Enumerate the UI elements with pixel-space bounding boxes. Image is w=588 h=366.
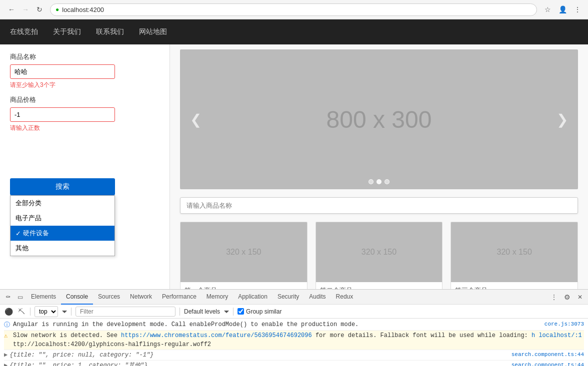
app-container: 在线竞拍 关于我们 联系我们 网站地图 商品名称 请至少输入3个字 商品价格 请… — [0, 19, 588, 366]
console-context-select[interactable]: top — [34, 306, 58, 317]
tab-elements[interactable]: Elements — [26, 290, 61, 305]
tab-memory[interactable]: Memory — [202, 290, 233, 305]
category-option-electronics[interactable]: 电子产品 — [10, 211, 114, 226]
console-text-2-before: Slow network is detected. See — [13, 332, 121, 339]
devtools-right-icons: ⋮ ⚙ ✕ — [548, 291, 586, 303]
console-message-2: ⚠ Slow network is detected. See https://… — [4, 331, 584, 350]
tab-redux[interactable]: Redux — [331, 290, 358, 305]
category-dropdown[interactable]: 全部分类 电子产品 ✓ 硬件设备 其他 搜索 — [10, 138, 115, 195]
console-output: ⓘ Angular is running in the development … — [0, 319, 588, 366]
devtools-more-button[interactable]: ⋮ — [548, 291, 560, 303]
product-search-input[interactable] — [180, 197, 578, 214]
category-option-all[interactable]: 全部分类 — [10, 196, 114, 211]
console-location-3[interactable]: search.component.ts:44 — [512, 351, 584, 359]
console-location-1[interactable]: core.js:3073 — [544, 320, 584, 329]
nav-contact[interactable]: 联系我们 — [96, 27, 124, 36]
devtools-device-button[interactable]: ▭ — [14, 291, 26, 303]
carousel-prev-button[interactable]: ❮ — [184, 107, 208, 132]
tab-audits[interactable]: Audits — [304, 290, 330, 305]
app-body: 商品名称 请至少输入3个字 商品价格 请输入正数 全部分类 电子产品 — [0, 44, 588, 289]
console-levels-label: Default levels — [184, 308, 220, 315]
url-input[interactable] — [62, 6, 532, 13]
console-toolbar-divider2 — [71, 308, 72, 316]
console-text-2-after2: ttp://localhost:4200/glyphicons-halfling… — [13, 341, 211, 348]
browser-chrome: ← → ↻ ● ☆ 👤 ⋮ — [0, 0, 588, 19]
forward-button[interactable]: → — [19, 3, 32, 16]
tab-console[interactable]: Console — [61, 290, 93, 305]
console-text-4: {title: "", price: 1, category: "其他"} — [10, 361, 508, 366]
reload-button[interactable]: ↻ — [33, 3, 46, 16]
sidebar: 商品名称 请至少输入3个字 商品价格 请输入正数 全部分类 电子产品 — [0, 44, 170, 289]
console-link-localhost[interactable]: h localhost/:1 — [532, 332, 582, 339]
console-context-chevron-icon — [62, 309, 67, 314]
address-bar[interactable]: ● — [50, 3, 537, 16]
carousel-dot-2[interactable] — [376, 179, 382, 184]
product-name-input[interactable] — [10, 64, 115, 79]
carousel-dot-1[interactable] — [368, 179, 374, 184]
tab-network[interactable]: Network — [125, 290, 157, 305]
svg-marker-1 — [224, 311, 229, 313]
carousel: ❮ 800 x 300 ❯ — [180, 49, 578, 189]
info-icon: ⓘ — [4, 321, 11, 330]
browser-nav-buttons: ← → ↻ — [5, 3, 46, 16]
nav-about[interactable]: 关于我们 — [53, 27, 81, 36]
console-link-chromestatus[interactable]: https://www.chromestatus.com/feature/563… — [121, 332, 312, 339]
more-button[interactable]: ⋮ — [571, 3, 584, 16]
nav-brand[interactable]: 在线竞拍 — [10, 27, 38, 36]
category-option-hardware[interactable]: ✓ 硬件设备 — [10, 226, 114, 241]
console-message-4: ▶ {title: "", price: 1, category: "其他"} … — [4, 361, 584, 366]
warning-icon: ⚠ — [4, 332, 11, 341]
product-name-error: 请至少输入3个字 — [10, 81, 160, 89]
security-lock-icon: ● — [56, 6, 59, 13]
product-image-2: 320 x 150 — [316, 222, 442, 282]
category-option-hardware-label: 硬件设备 — [23, 229, 49, 238]
product-info-3: 第三个商品 ¥ 0.0元 — [451, 282, 578, 289]
search-button[interactable]: 搜索 — [10, 178, 115, 195]
console-levels-chevron-icon — [224, 309, 229, 314]
back-button[interactable]: ← — [5, 3, 18, 16]
tab-security[interactable]: Security — [272, 290, 304, 305]
devtools-tabs: ⚰ ▭ Elements Console Sources Network Per… — [0, 290, 588, 305]
svg-marker-0 — [62, 311, 67, 313]
console-location-4[interactable]: search.component.ts:44 — [512, 361, 584, 366]
bookmark-button[interactable]: ☆ — [541, 3, 554, 16]
product-price-error: 请输入正数 — [10, 124, 160, 132]
profile-button[interactable]: 👤 — [556, 3, 569, 16]
devtools-settings-button[interactable]: ⚙ — [561, 291, 573, 303]
product-grid: 320 x 150 第一个商品 ¥ 1.0元 320 x 150 第二个商品 ¥… — [180, 222, 578, 289]
browser-toolbar: ← → ↻ ● ☆ 👤 ⋮ — [0, 0, 588, 19]
devtools-inspect-button[interactable]: ⚰ — [2, 291, 14, 303]
console-filter-input[interactable] — [76, 307, 176, 317]
console-expand-4[interactable]: ▶ — [4, 361, 8, 366]
category-option-other[interactable]: 其他 — [10, 241, 114, 256]
product-price-input[interactable] — [10, 107, 115, 122]
devtools-console-toolbar: ⚫ ⛏ top Default levels Group similar — [0, 305, 588, 319]
devtools: ⚰ ▭ Elements Console Sources Network Per… — [0, 289, 588, 366]
devtools-close-button[interactable]: ✕ — [574, 291, 586, 303]
console-clear-button[interactable]: ⛏ — [17, 307, 26, 316]
console-text-3: {title: "", price: null, category: "-1"} — [10, 351, 508, 360]
group-similar-label[interactable]: Group similar — [238, 308, 282, 315]
console-toolbar-divider4 — [233, 308, 234, 316]
tab-application[interactable]: Application — [233, 290, 272, 305]
product-info-1: 第一个商品 ¥ 1.0元 — [180, 282, 307, 289]
tab-performance[interactable]: Performance — [157, 290, 202, 305]
product-info-2: 第二个商品 ¥ 0.0元 — [316, 282, 442, 289]
console-toolbar-divider — [30, 308, 30, 316]
carousel-dots — [368, 179, 390, 184]
product-image-1: 320 x 150 — [180, 222, 307, 282]
check-icon: ✓ — [16, 230, 21, 237]
carousel-next-button[interactable]: ❯ — [550, 107, 574, 132]
group-similar-checkbox[interactable] — [238, 308, 244, 315]
tab-sources[interactable]: Sources — [93, 290, 125, 305]
product-card-1: 320 x 150 第一个商品 ¥ 1.0元 — [180, 222, 308, 289]
console-message-1: ⓘ Angular is running in the development … — [4, 320, 584, 331]
carousel-placeholder: 800 x 300 — [326, 106, 432, 133]
app-nav: 在线竞拍 关于我们 联系我们 网站地图 — [0, 19, 588, 44]
console-expand-3[interactable]: ▶ — [4, 351, 8, 360]
category-dropdown-list: 全部分类 电子产品 ✓ 硬件设备 其他 — [10, 195, 115, 256]
carousel-dot-3[interactable] — [384, 179, 390, 184]
console-stop-button[interactable]: ⚫ — [4, 307, 13, 316]
nav-sitemap[interactable]: 网站地图 — [139, 27, 167, 36]
product-price-label: 商品价格 — [10, 95, 160, 104]
